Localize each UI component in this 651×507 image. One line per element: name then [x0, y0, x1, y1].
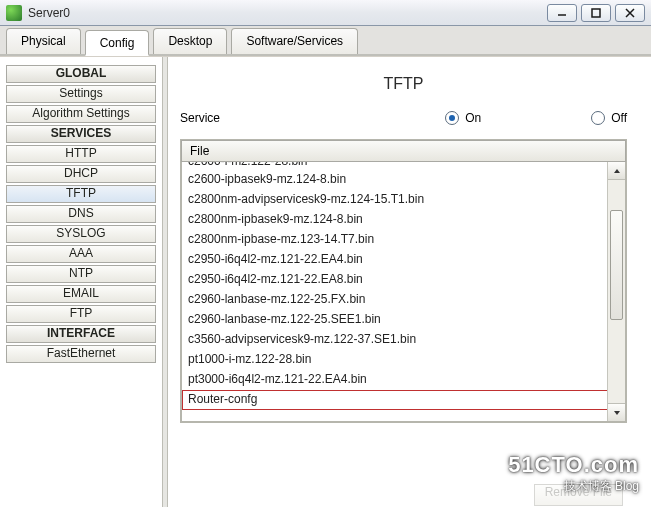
tftp-panel: TFTP Service On Off File c2600-i-mz.122-…: [168, 57, 651, 507]
file-row[interactable]: c2800nm-ipbasek9-mz.124-8.bin: [182, 210, 625, 230]
file-row[interactable]: c2600-ipbasek9-mz.124-8.bin: [182, 170, 625, 190]
file-row-cut[interactable]: c2600-i-mz.122-28.bin: [182, 162, 625, 170]
file-row[interactable]: pt3000-i6q4l2-mz.121-22.EA4.bin: [182, 370, 625, 390]
tab-software-services[interactable]: Software/Services: [231, 28, 358, 54]
maximize-button[interactable]: [581, 4, 611, 22]
tab-config[interactable]: Config: [85, 30, 150, 56]
svg-rect-0: [592, 9, 600, 17]
minimize-button[interactable]: [547, 4, 577, 22]
sidebar-item-algorithm-settings[interactable]: Algorithm Settings: [6, 105, 156, 123]
sidebar-item-ntp[interactable]: NTP: [6, 265, 156, 283]
sidebar-item-settings[interactable]: Settings: [6, 85, 156, 103]
radio-off-icon: [591, 111, 605, 125]
sidebar-item-ftp[interactable]: FTP: [6, 305, 156, 323]
scroll-up-button[interactable]: [608, 162, 625, 180]
sidebar-item-dhcp[interactable]: DHCP: [6, 165, 156, 183]
sidebar-item-email[interactable]: EMAIL: [6, 285, 156, 303]
window-titlebar: Server0: [0, 0, 651, 26]
sidebar-header-services: SERVICES: [6, 125, 156, 143]
file-row[interactable]: c3560-advipservicesk9-mz.122-37.SE1.bin: [182, 330, 625, 350]
service-radio-on[interactable]: On: [445, 111, 481, 125]
sidebar-item-http[interactable]: HTTP: [6, 145, 156, 163]
file-row[interactable]: c2800nm-ipbase-mz.123-14.T7.bin: [182, 230, 625, 250]
file-row[interactable]: pt1000-i-mz.122-28.bin: [182, 350, 625, 370]
file-list-header[interactable]: File: [181, 140, 626, 162]
panel-title: TFTP: [180, 75, 627, 93]
sidebar-item-tftp[interactable]: TFTP: [6, 185, 156, 203]
file-list[interactable]: c2600-i-mz.122-28.bin c2600-ipbasek9-mz.…: [181, 162, 626, 422]
config-sidebar: GLOBAL Settings Algorithm Settings SERVI…: [0, 57, 162, 507]
main-tabstrip: Physical Config Desktop Software/Service…: [0, 26, 651, 56]
remove-file-button[interactable]: Remove File: [534, 484, 623, 506]
sidebar-header-interface: INTERFACE: [6, 325, 156, 343]
scroll-thumb[interactable]: [610, 210, 623, 320]
scroll-track[interactable]: [608, 180, 625, 403]
sidebar-item-aaa[interactable]: AAA: [6, 245, 156, 263]
sidebar-item-fastethernet[interactable]: FastEthernet: [6, 345, 156, 363]
file-row[interactable]: c2950-i6q4l2-mz.121-22.EA4.bin: [182, 250, 625, 270]
radio-off-label: Off: [611, 111, 627, 125]
window-title: Server0: [28, 6, 547, 20]
radio-on-label: On: [465, 111, 481, 125]
file-row[interactable]: c2960-lanbase-mz.122-25.SEE1.bin: [182, 310, 625, 330]
file-row-highlighted[interactable]: Router-confg: [182, 390, 625, 410]
file-list-scrollbar[interactable]: [607, 162, 625, 421]
file-row[interactable]: c2960-lanbase-mz.122-25.FX.bin: [182, 290, 625, 310]
window-controls: [547, 4, 645, 22]
scroll-down-button[interactable]: [608, 403, 625, 421]
service-label: Service: [180, 111, 445, 125]
file-row[interactable]: c2800nm-advipservicesk9-mz.124-15.T1.bin: [182, 190, 625, 210]
app-icon: [6, 5, 22, 21]
radio-on-icon: [445, 111, 459, 125]
file-listbox: File c2600-i-mz.122-28.bin c2600-ipbasek…: [180, 139, 627, 423]
service-radio-off[interactable]: Off: [591, 111, 627, 125]
file-row[interactable]: c2950-i6q4l2-mz.121-22.EA8.bin: [182, 270, 625, 290]
close-button[interactable]: [615, 4, 645, 22]
sidebar-item-dns[interactable]: DNS: [6, 205, 156, 223]
sidebar-header-global: GLOBAL: [6, 65, 156, 83]
sidebar-item-syslog[interactable]: SYSLOG: [6, 225, 156, 243]
tab-physical[interactable]: Physical: [6, 28, 81, 54]
service-row: Service On Off: [180, 111, 627, 125]
tab-desktop[interactable]: Desktop: [153, 28, 227, 54]
work-area: GLOBAL Settings Algorithm Settings SERVI…: [0, 56, 651, 507]
